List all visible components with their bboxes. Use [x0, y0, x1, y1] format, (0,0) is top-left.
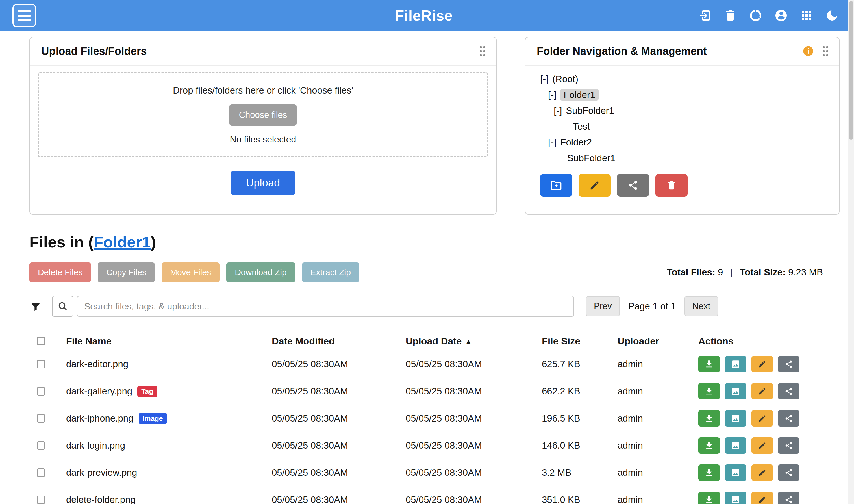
copy-files-button[interactable]: Copy Files: [98, 263, 155, 282]
tree-label[interactable]: SubFolder1: [566, 105, 614, 116]
download-file-button[interactable]: [698, 491, 720, 504]
share-folder-button[interactable]: [617, 174, 649, 197]
row-checkbox[interactable]: [37, 468, 45, 477]
info-icon[interactable]: [802, 45, 814, 57]
delete-folder-button[interactable]: [655, 174, 688, 197]
tree-label[interactable]: (Root): [552, 74, 578, 84]
select-all-checkbox[interactable]: [37, 337, 45, 345]
share-icon: [784, 441, 793, 450]
logout-icon[interactable]: [698, 9, 712, 22]
search-input[interactable]: [77, 296, 574, 317]
download-file-button[interactable]: [698, 410, 720, 427]
create-folder-button[interactable]: [540, 174, 573, 197]
edit-icon: [758, 360, 766, 368]
row-checkbox[interactable]: [37, 441, 45, 450]
file-name[interactable]: dark-login.png: [66, 440, 125, 451]
table-row: dark-login.png 05/05/25 08:30AM 05/05/25…: [30, 432, 848, 459]
file-name[interactable]: dark-preview.png: [66, 467, 137, 478]
header-date-modified[interactable]: Date Modified: [272, 336, 406, 347]
files-table: File Name Date Modified Upload Date▲ Fil…: [0, 317, 848, 504]
image-badge[interactable]: Image: [139, 413, 167, 424]
download-file-button[interactable]: [698, 356, 720, 372]
uploader-cell: admin: [618, 440, 698, 451]
upload-dropzone[interactable]: Drop files/folders here or click 'Choose…: [38, 72, 488, 157]
choose-files-button[interactable]: Choose files: [230, 104, 297, 126]
upload-card-title: Upload Files/Folders: [41, 45, 147, 57]
drag-handle-icon[interactable]: [478, 45, 487, 57]
preview-image-button[interactable]: [725, 356, 746, 372]
drag-handle-icon[interactable]: [821, 45, 830, 57]
app-header: FileRise: [0, 0, 848, 31]
account-icon[interactable]: [774, 9, 788, 22]
file-name[interactable]: dark-editor.png: [66, 359, 128, 370]
preview-image-button[interactable]: [725, 491, 746, 504]
file-name[interactable]: delete-folder.png: [66, 494, 135, 504]
tree-toggle[interactable]: [-]: [554, 105, 562, 116]
dark-mode-icon[interactable]: [825, 9, 839, 22]
tree-toggle[interactable]: [-]: [548, 90, 556, 100]
download-zip-button[interactable]: Download Zip: [226, 263, 295, 282]
edit-file-button[interactable]: [751, 356, 773, 372]
image-icon: [731, 414, 741, 423]
total-size-label: Total Size:: [740, 267, 786, 277]
header-file-size[interactable]: File Size: [542, 336, 618, 347]
file-name[interactable]: dark-gallery.png: [66, 386, 132, 397]
row-checkbox[interactable]: [37, 414, 45, 422]
upload-button[interactable]: Upload: [231, 170, 295, 195]
extract-zip-button[interactable]: Extract Zip: [302, 263, 359, 282]
scrollbar-thumb[interactable]: [849, 1, 853, 140]
apps-grid-icon[interactable]: [800, 9, 813, 22]
header-upload-date[interactable]: Upload Date▲: [406, 336, 542, 347]
row-checkbox[interactable]: [37, 387, 45, 396]
header-uploader[interactable]: Uploader: [618, 336, 698, 347]
next-page-button[interactable]: Next: [685, 296, 719, 317]
download-icon: [704, 495, 714, 504]
search-button[interactable]: [52, 296, 73, 317]
download-file-button[interactable]: [698, 437, 720, 454]
download-file-button[interactable]: [698, 383, 720, 399]
tree-toggle[interactable]: [-]: [548, 137, 556, 147]
download-icon: [704, 441, 714, 450]
tree-label[interactable]: SubFolder1: [567, 153, 616, 163]
header-file-name[interactable]: File Name: [66, 336, 272, 347]
share-file-button[interactable]: [778, 410, 799, 427]
total-files-label: Total Files:: [667, 267, 715, 277]
move-files-button[interactable]: Move Files: [162, 263, 219, 282]
tree-toggle[interactable]: [-]: [540, 74, 548, 84]
main-menu-button[interactable]: [13, 4, 36, 28]
edit-file-button[interactable]: [751, 383, 773, 399]
preview-image-button[interactable]: [725, 383, 746, 399]
share-file-button[interactable]: [778, 437, 799, 454]
file-name[interactable]: dark-iphone.png: [66, 413, 134, 424]
data-usage-icon[interactable]: [749, 9, 762, 22]
edit-file-button[interactable]: [751, 465, 773, 481]
filter-icon[interactable]: [30, 300, 42, 312]
row-checkbox[interactable]: [37, 496, 45, 504]
sort-asc-icon: ▲: [465, 337, 472, 346]
row-checkbox[interactable]: [37, 360, 45, 368]
vertical-scrollbar[interactable]: [848, 0, 854, 504]
share-file-button[interactable]: [778, 465, 799, 481]
share-file-button[interactable]: [778, 356, 799, 372]
share-file-button[interactable]: [778, 383, 799, 399]
preview-image-button[interactable]: [725, 410, 746, 427]
edit-file-button[interactable]: [751, 410, 773, 427]
edit-file-button[interactable]: [751, 491, 773, 504]
tree-label[interactable]: Folder2: [560, 137, 592, 147]
preview-image-button[interactable]: [725, 465, 746, 481]
tree-label[interactable]: Test: [573, 121, 590, 132]
rename-folder-button[interactable]: [579, 174, 611, 197]
total-size-value: 9.23 MB: [788, 267, 823, 277]
share-icon: [784, 414, 793, 422]
prev-page-button[interactable]: Prev: [586, 296, 620, 317]
preview-image-button[interactable]: [725, 437, 746, 454]
current-folder-link[interactable]: Folder1: [93, 233, 150, 251]
edit-file-button[interactable]: [751, 437, 773, 454]
trash-icon[interactable]: [724, 9, 737, 22]
download-file-button[interactable]: [698, 465, 720, 481]
share-file-button[interactable]: [778, 491, 799, 504]
header-actions: [698, 9, 839, 22]
tag-badge[interactable]: Tag: [137, 385, 157, 397]
delete-files-button[interactable]: Delete Files: [30, 263, 91, 282]
tree-label-selected[interactable]: Folder1: [560, 89, 599, 101]
